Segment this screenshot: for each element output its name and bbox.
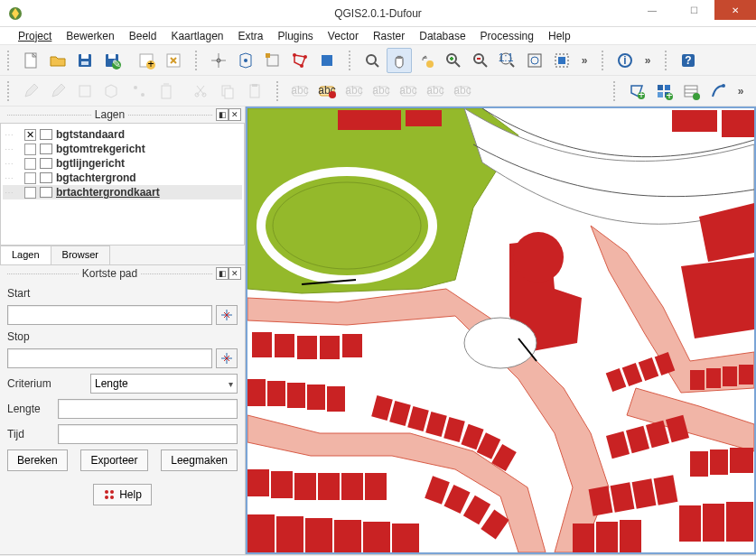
- select-rect-button[interactable]: [314, 48, 340, 73]
- zoom-full-button[interactable]: [359, 48, 385, 73]
- save-edits-button[interactable]: [45, 79, 70, 104]
- label-abc1-button[interactable]: abc: [287, 79, 313, 104]
- toolbar-grip[interactable]: [7, 81, 13, 101]
- label-abc4-button[interactable]: abc: [369, 79, 394, 104]
- layer-row[interactable]: ⋯ brtachtergrondkaart: [3, 185, 242, 199]
- menu-plugins[interactable]: Plugins: [271, 28, 321, 44]
- pick-stop-button[interactable]: [216, 348, 238, 368]
- tree-expander-icon[interactable]: ⋯: [5, 173, 21, 183]
- menu-raster[interactable]: Raster: [366, 28, 412, 44]
- toolbar-grip[interactable]: [276, 81, 282, 101]
- delete-selected-button[interactable]: [154, 79, 179, 104]
- close-panel-button[interactable]: ✕: [229, 108, 241, 121]
- layer-visibility-checkbox[interactable]: ✕: [24, 129, 36, 141]
- menu-help[interactable]: Help: [541, 28, 578, 44]
- toolbar-grip[interactable]: [613, 81, 619, 101]
- composer-manager-button[interactable]: [161, 48, 186, 73]
- menu-extra[interactable]: Extra: [230, 28, 270, 44]
- tab-lagen[interactable]: Lagen: [0, 246, 51, 264]
- menu-vector[interactable]: Vector: [321, 28, 366, 44]
- leegmaken-button[interactable]: Leegmaken: [161, 449, 238, 471]
- tab-browser[interactable]: Browser: [51, 246, 110, 264]
- pick-start-button[interactable]: [216, 305, 238, 325]
- layer-styling-button[interactable]: [705, 79, 731, 104]
- zoom-layer-button[interactable]: [522, 48, 547, 73]
- add-delimited-layer-button[interactable]: [678, 79, 704, 104]
- tree-expander-icon[interactable]: ⋯: [5, 188, 21, 198]
- layer-visibility-checkbox[interactable]: [24, 172, 36, 184]
- tijd-input[interactable]: [58, 424, 238, 444]
- pan-to-selection-button[interactable]: [233, 48, 258, 73]
- lengte-input[interactable]: [58, 399, 238, 419]
- zoom-selection-button[interactable]: [549, 48, 574, 73]
- menu-kaartlagen[interactable]: Kaartlagen: [163, 28, 230, 44]
- cut-button[interactable]: [188, 79, 213, 104]
- new-print-composer-button[interactable]: +: [134, 48, 159, 73]
- tree-expander-icon[interactable]: ⋯: [5, 159, 21, 169]
- sp-help-button[interactable]: Help: [93, 484, 152, 505]
- toolbar-grip[interactable]: [665, 51, 670, 70]
- toggle-edit-button[interactable]: [18, 79, 43, 104]
- add-feature-button[interactable]: [72, 79, 98, 104]
- layer-row[interactable]: ⋯ bgtlijngericht: [3, 156, 242, 171]
- close-panel-button[interactable]: ✕: [229, 267, 241, 280]
- toolbar-grip[interactable]: [7, 51, 13, 70]
- add-raster-layer-button[interactable]: +: [651, 79, 677, 104]
- pan-map-button[interactable]: [206, 48, 231, 73]
- menu-bewerken[interactable]: Bewerken: [59, 28, 121, 44]
- tree-expander-icon[interactable]: ⋯: [5, 130, 21, 140]
- toolbar-overflow-icon[interactable]: »: [576, 54, 593, 67]
- menu-database[interactable]: Database: [412, 28, 472, 44]
- bereken-button[interactable]: Bereken: [7, 449, 68, 471]
- map-canvas[interactable]: [246, 107, 756, 554]
- move-feature-button[interactable]: [99, 79, 125, 104]
- layer-visibility-checkbox[interactable]: [24, 187, 36, 199]
- toolbar-overflow-icon[interactable]: »: [639, 54, 656, 67]
- toolbar-overflow-icon[interactable]: »: [733, 85, 749, 97]
- layer-row[interactable]: ⋯ bgtachtergrond: [3, 171, 242, 185]
- paste-button[interactable]: [242, 79, 267, 104]
- menu-project[interactable]: Project: [11, 28, 59, 44]
- stop-input[interactable]: [7, 348, 212, 368]
- start-input[interactable]: [7, 305, 212, 325]
- criterium-select[interactable]: Lengte: [90, 374, 238, 394]
- add-vector-layer-button[interactable]: +: [624, 79, 649, 104]
- layer-visibility-checkbox[interactable]: [24, 144, 36, 155]
- svg-rect-150: [573, 524, 594, 552]
- pan-hand-button[interactable]: [387, 48, 412, 73]
- copy-button[interactable]: [215, 79, 240, 104]
- help-button[interactable]: ?: [676, 48, 701, 73]
- label-abc3-button[interactable]: abc: [341, 79, 367, 104]
- open-project-button[interactable]: [45, 48, 70, 73]
- layer-visibility-checkbox[interactable]: [24, 158, 36, 170]
- close-button[interactable]: ✕: [714, 0, 756, 20]
- identify-button[interactable]: i: [612, 48, 638, 73]
- exporteer-button[interactable]: Exporteer: [80, 449, 147, 471]
- zoom-1to1-button[interactable]: 1:1: [495, 48, 520, 73]
- node-tool-button[interactable]: [126, 79, 152, 104]
- layer-row[interactable]: ⋯ ✕ bgtstandaard: [3, 127, 242, 142]
- menu-processing[interactable]: Processing: [473, 28, 541, 44]
- toolbar-grip[interactable]: [195, 51, 201, 70]
- toolbar-grip[interactable]: [602, 51, 607, 70]
- maximize-button[interactable]: ☐: [673, 0, 714, 20]
- undock-panel-button[interactable]: ◧: [216, 108, 229, 121]
- zoom-out-button[interactable]: [468, 48, 493, 73]
- tree-expander-icon[interactable]: ⋯: [5, 144, 21, 154]
- select-polygon-button[interactable]: [287, 48, 313, 73]
- zoom-in-button[interactable]: [441, 48, 466, 73]
- layer-row[interactable]: ⋯ bgtomtrekgericht: [3, 142, 242, 156]
- pan-rotate-button[interactable]: [414, 48, 439, 73]
- minimize-button[interactable]: —: [631, 0, 673, 20]
- save-button[interactable]: [72, 48, 98, 73]
- label-abc6-button[interactable]: abc: [423, 79, 448, 104]
- label-abc2-button[interactable]: abc: [314, 79, 340, 104]
- toolbar-grip[interactable]: [349, 51, 354, 70]
- undock-panel-button[interactable]: ◧: [216, 267, 229, 280]
- save-as-button[interactable]: ✎: [99, 48, 125, 73]
- new-project-button[interactable]: [18, 48, 43, 73]
- zoom-native-button[interactable]: [260, 48, 285, 73]
- menu-beeld[interactable]: Beeld: [122, 28, 164, 44]
- label-abc7-button[interactable]: abc: [450, 79, 475, 104]
- label-abc5-button[interactable]: abc: [396, 79, 421, 104]
